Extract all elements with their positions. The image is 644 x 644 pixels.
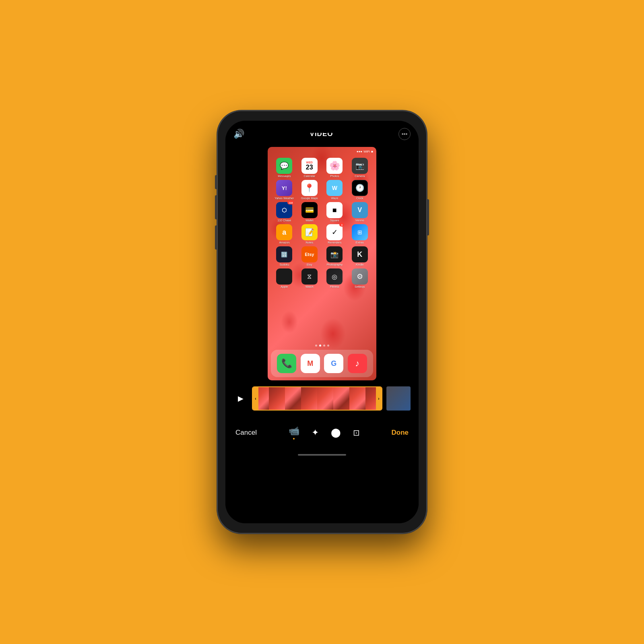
watch-label: Watch	[305, 285, 314, 288]
video-frame: ●●● WiFi ■ 💬 M	[268, 147, 376, 380]
app-sudoku[interactable]: 🔢 Sudoku	[274, 246, 295, 266]
sudoku-label: Sudoku	[279, 263, 289, 266]
timeline-overflow-inner	[386, 386, 411, 411]
app-venmo[interactable]: V Venmo	[349, 202, 370, 222]
photography-icon: 📸	[326, 246, 343, 262]
app-yahoo-weather[interactable]: Y! Yahoo Weather	[274, 180, 295, 200]
app-apple[interactable]: Apple	[274, 268, 295, 288]
chase-badge: 110	[287, 200, 294, 204]
video-tool-dot	[293, 438, 295, 440]
app-fitness[interactable]: ◎ Fitness	[324, 268, 345, 288]
app-extras[interactable]: ⊞ Extras	[349, 224, 370, 244]
adjust-tool[interactable]: ✦	[312, 427, 319, 438]
app-square[interactable]: ■ Square	[324, 202, 345, 222]
dock-music[interactable]: ♪	[348, 354, 367, 373]
reminders-badge: 3	[339, 223, 344, 227]
power-button[interactable]	[427, 199, 429, 235]
app-watch[interactable]: ⧖ Watch	[299, 268, 320, 288]
notes-label: Notes	[306, 241, 313, 244]
watch-icon: ⧖	[301, 268, 318, 285]
phone-screen: 🔊 VIDEO ••• ●●● WiFi ■	[225, 121, 419, 523]
crop-tool[interactable]: ⊡	[353, 428, 360, 438]
dock-google[interactable]: G	[324, 354, 343, 373]
screen-content: ●●● WiFi ■ 💬 M	[225, 145, 419, 523]
app-camera[interactable]: 📷 Camera	[349, 158, 370, 178]
home-bar	[298, 454, 346, 456]
video-tool[interactable]: 📹	[289, 426, 299, 440]
frame-2	[269, 387, 285, 410]
app-photos[interactable]: 🌸 Photos	[324, 158, 345, 178]
venmo-icon: V	[352, 202, 368, 218]
color-tool-icon: ⬤	[331, 427, 341, 438]
dock: 📞 M G ♪	[271, 350, 373, 377]
waze-icon: W	[326, 180, 343, 196]
extras-icon: ⊞	[352, 224, 368, 240]
calendar-icon: WED 23	[301, 158, 318, 174]
home-indicator	[225, 449, 419, 461]
notes-icon: 📝	[301, 224, 318, 240]
adjust-tool-icon: ✦	[312, 427, 319, 438]
volume-icon[interactable]: 🔊	[233, 129, 244, 139]
messages-icon: 💬	[276, 158, 292, 174]
clock-icon: 🕐	[352, 180, 368, 196]
done-button[interactable]: Done	[391, 429, 409, 437]
cancel-button[interactable]: Cancel	[235, 429, 257, 437]
app-grid: 💬 Messages WED 23 Calendar	[268, 156, 376, 293]
app-chase[interactable]: ⬡ 110 110 Chase	[274, 202, 295, 222]
screenshot-background: ●●● WiFi ■ 💬 M	[268, 147, 376, 380]
frame-7	[349, 387, 365, 410]
app-row-6: Apple ⧖ Watch ◎	[272, 268, 372, 288]
reminders-icon: ✓ 3	[326, 224, 343, 240]
settings-icon: ⚙	[352, 268, 368, 285]
dock-phone[interactable]: 📞	[277, 354, 296, 373]
app-calendar[interactable]: WED 23 Calendar	[299, 158, 320, 178]
timeline-handle-left[interactable]: ‹	[253, 387, 258, 410]
app-reminders[interactable]: ✓ 3 Reminders	[324, 224, 345, 244]
app-notes[interactable]: 📝 Notes	[299, 224, 320, 244]
toolbar-icons: 📹 ✦ ⬤ ⊡	[289, 426, 360, 440]
timeline-strip[interactable]: ‹ ›	[252, 386, 382, 411]
screenshot-status-bar: ●●● WiFi ■	[268, 147, 376, 156]
timeline-overflow	[386, 386, 411, 411]
maps-icon: 📍	[301, 180, 318, 196]
volume-down-button[interactable]	[215, 225, 217, 250]
fitness-label: Fitness	[330, 285, 339, 288]
etsy-icon: Etsy	[301, 246, 318, 262]
chase-label: 110 Chase	[277, 219, 291, 222]
app-clock[interactable]: 🕐 Clock	[349, 180, 370, 200]
app-amazon[interactable]: a Amazon	[274, 224, 295, 244]
apple-icon	[276, 268, 292, 285]
amazon-icon: a	[276, 224, 292, 240]
page-dot-3	[323, 345, 325, 347]
page-dots	[268, 345, 376, 347]
play-button[interactable]: ▶	[233, 391, 248, 406]
wallet-label: Wallet	[305, 219, 313, 222]
more-button[interactable]: •••	[398, 128, 411, 140]
frame-3	[285, 387, 301, 410]
app-photography[interactable]: 📸 Photography	[324, 246, 345, 266]
timeline-area: ▶ ‹ ›	[225, 380, 419, 417]
signal-icon: ●●●	[357, 150, 363, 153]
volume-up-button[interactable]	[215, 195, 217, 219]
app-settings[interactable]: ⚙ Settings	[349, 268, 370, 288]
app-google-maps[interactable]: 📍 Google Maps	[299, 180, 320, 200]
page-dot-1	[315, 345, 317, 347]
wallet-icon: 💳	[301, 202, 318, 218]
timeline-handle-right[interactable]: ›	[376, 387, 382, 410]
app-etsy[interactable]: Etsy Etsy	[299, 246, 320, 266]
notch	[292, 121, 352, 133]
dock-gmail[interactable]: M	[301, 354, 320, 373]
app-kindle[interactable]: K Kindle	[349, 246, 370, 266]
kindle-label: Kindle	[356, 263, 363, 266]
app-messages[interactable]: 💬 Messages	[274, 158, 295, 178]
etsy-label: Etsy	[307, 263, 312, 266]
camera-icon: 📷	[352, 158, 368, 174]
venmo-label: Venmo	[355, 219, 364, 222]
app-wallet[interactable]: 💳 Wallet	[299, 202, 320, 222]
apple-label: Apple	[281, 285, 288, 288]
frame-5	[317, 387, 333, 410]
app-waze[interactable]: W Waze	[324, 180, 345, 200]
frame-6	[333, 387, 349, 410]
frame-4	[301, 387, 317, 410]
color-tool[interactable]: ⬤	[331, 427, 341, 438]
